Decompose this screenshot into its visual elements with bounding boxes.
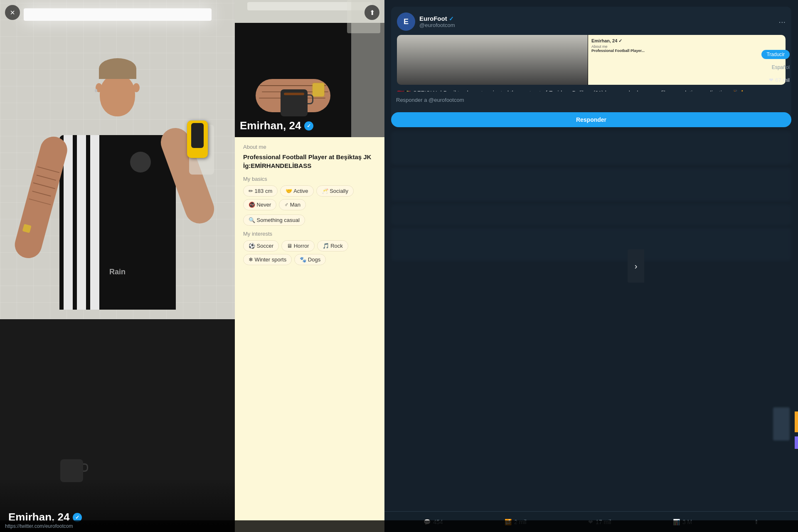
accent-bar-2 bbox=[795, 436, 798, 449]
author-handle: @eurofootcom bbox=[419, 22, 774, 28]
tag-rock: 🎵 Rock bbox=[317, 240, 348, 251]
about-me-label: About me bbox=[243, 144, 376, 150]
sidebar-thumbnail bbox=[773, 407, 790, 441]
url-text: https://twitter.com/eurofootcom bbox=[5, 523, 73, 529]
reply-item-4 bbox=[391, 228, 791, 261]
tweet-more-button[interactable]: ··· bbox=[778, 17, 786, 27]
tag-soccer: ⚽ Soccer bbox=[243, 240, 279, 251]
left-photo-section: Rain bbox=[0, 0, 235, 532]
verified-badge-center: ✓ bbox=[304, 121, 313, 131]
reply-input-area[interactable]: Responder a @eurofootcom bbox=[391, 91, 791, 108]
basics-label: My basics bbox=[243, 176, 376, 182]
tag-height: ✏ 183 cm bbox=[243, 185, 278, 197]
interests-tags: ⚽ Soccer 🖥 Horror 🎵 Rock ❄ Winter sports… bbox=[243, 240, 376, 265]
interests-label: My interests bbox=[243, 231, 376, 237]
center-top-name: Emirhan, 24 ✓ bbox=[240, 119, 313, 132]
dating-profile-card: About me Professional Football Player at… bbox=[235, 137, 384, 532]
tag-man: ♂ Man bbox=[279, 199, 306, 210]
photo-share-button[interactable]: ⬆ bbox=[365, 5, 379, 20]
center-top-photo: ⬆ Emirhan, 24 ✓ bbox=[235, 0, 384, 137]
accent-bar-1 bbox=[795, 411, 798, 432]
basics-tags: ✏ 183 cm 🤝 Active 🥂 Socially 🚭 Never ♂ M… bbox=[243, 185, 376, 210]
tweet-preview-left bbox=[397, 35, 588, 85]
close-button[interactable]: × bbox=[5, 5, 20, 20]
main-tweet-card: E EuroFoot ✓ @eurofootcom ··· Emirhan, 2… bbox=[391, 7, 791, 126]
translate-button[interactable]: Traducir bbox=[761, 50, 790, 59]
center-section: ⬆ Emirhan, 24 ✓ About me Professional Fo… bbox=[235, 0, 384, 532]
reply-item-3 bbox=[391, 204, 791, 225]
heart-icon: ❤ bbox=[769, 77, 773, 83]
arrow-right-icon: › bbox=[635, 261, 638, 271]
reply-button[interactable]: Responder bbox=[391, 112, 791, 127]
tweet-image-preview: Emirhan, 24 ✓ About me Professional Foot… bbox=[397, 35, 786, 85]
about-me-text: Professional Football Player at Beşiktaş… bbox=[243, 153, 376, 170]
replies-section bbox=[391, 131, 791, 261]
close-icon: × bbox=[10, 8, 15, 17]
person-name-center: Emirhan, 24 bbox=[240, 119, 301, 132]
author-info: EuroFoot ✓ @eurofootcom bbox=[419, 15, 774, 28]
verified-check: ✓ bbox=[449, 15, 454, 22]
language-label: Español bbox=[772, 64, 790, 70]
like-number: 67 mil bbox=[775, 77, 790, 83]
tag-never: 🚭 Never bbox=[243, 199, 276, 210]
share-icon: ⬆ bbox=[369, 9, 375, 17]
tag-active: 🤝 Active bbox=[280, 185, 313, 197]
url-bar: https://twitter.com/eurofootcom bbox=[0, 520, 798, 532]
author-avatar: E bbox=[397, 12, 415, 31]
tag-winter-sports: ❄ Winter sports bbox=[243, 254, 292, 265]
basics-tags-row2: 🔍 Something casual bbox=[243, 214, 376, 226]
reply-placeholder: Responder a @eurofootcom bbox=[396, 97, 464, 103]
tweet-modal: × bbox=[0, 0, 798, 532]
tag-looking-for: 🔍 Something casual bbox=[243, 214, 305, 226]
tag-socially: 🥂 Socially bbox=[316, 185, 354, 197]
twitter-sidebar: E EuroFoot ✓ @eurofootcom ··· Emirhan, 2… bbox=[384, 0, 798, 532]
reply-item-1 bbox=[391, 131, 791, 165]
tag-dogs: 🐾 Dogs bbox=[294, 254, 326, 265]
author-name: EuroFoot ✓ bbox=[419, 15, 774, 22]
next-arrow[interactable]: › bbox=[628, 249, 644, 283]
tweet-header: E EuroFoot ✓ @eurofootcom ··· bbox=[397, 12, 786, 31]
like-count-area: ❤ 67 mil bbox=[769, 77, 790, 83]
reply-item-2 bbox=[391, 168, 791, 201]
tag-horror: 🖥 Horror bbox=[281, 240, 314, 251]
tweet-preview-right: Emirhan, 24 ✓ About me Professional Foot… bbox=[588, 35, 786, 85]
